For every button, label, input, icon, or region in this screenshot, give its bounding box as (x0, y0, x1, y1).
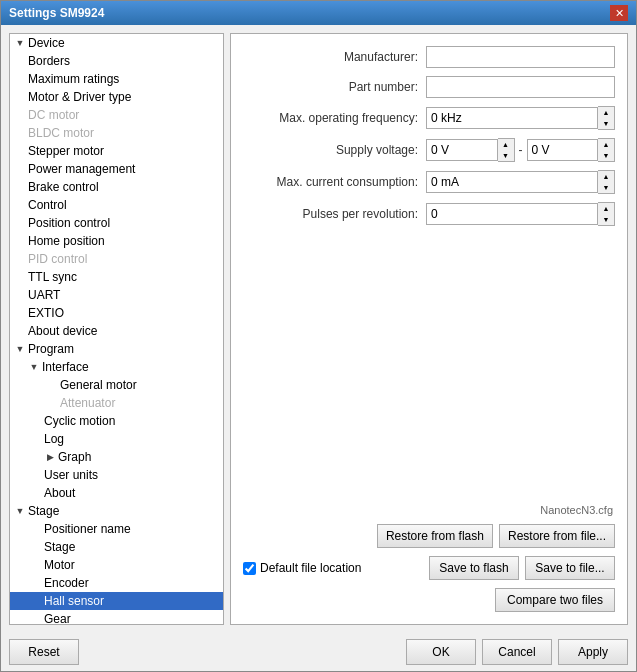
tree-item-positioner-name[interactable]: Positioner name (10, 520, 223, 538)
home-position-label: Home position (28, 234, 105, 248)
positioner-name-label: Positioner name (44, 522, 131, 536)
toggle-stage-icon: ▼ (14, 505, 26, 517)
voltage-dash: - (519, 143, 523, 157)
max-freq-spin-down[interactable]: ▼ (598, 118, 614, 129)
window-title: Settings SM9924 (9, 6, 104, 20)
voltage1-input[interactable] (426, 139, 498, 161)
tree-item-about-device[interactable]: About device (10, 322, 223, 340)
file-buttons-row1: Restore from flash Restore from file... (243, 524, 615, 548)
tree-item-graph[interactable]: ▶ Graph (10, 448, 223, 466)
max-freq-spin-up[interactable]: ▲ (598, 107, 614, 118)
stepper-motor-label: Stepper motor (28, 144, 104, 158)
max-ratings-label: Maximum ratings (28, 72, 119, 86)
tree-item-uart[interactable]: UART (10, 286, 223, 304)
bottom-right-buttons: OK Cancel Apply (406, 639, 628, 665)
motor-item-label: Motor (44, 558, 75, 572)
tree-item-stage-item[interactable]: Stage (10, 538, 223, 556)
close-button[interactable]: ✕ (610, 5, 628, 21)
cancel-button[interactable]: Cancel (482, 639, 552, 665)
supply-voltage-label: Supply voltage: (243, 143, 418, 157)
gear-label: Gear (44, 612, 71, 625)
file-buttons-row2: Default file location Save to flash Save… (243, 556, 615, 580)
tree-item-attenuator[interactable]: Attenuator (10, 394, 223, 412)
toggle-device-icon: ▼ (14, 37, 26, 49)
tree-item-borders[interactable]: Borders (10, 52, 223, 70)
tree-item-encoder[interactable]: Encoder (10, 574, 223, 592)
reset-button[interactable]: Reset (9, 639, 79, 665)
tree-item-ttl-sync[interactable]: TTL sync (10, 268, 223, 286)
tree-item-interface[interactable]: ▼ Interface (10, 358, 223, 376)
save-file-button[interactable]: Save to file... (525, 556, 615, 580)
interface-label: Interface (42, 360, 89, 374)
tree-item-power-mgmt[interactable]: Power management (10, 160, 223, 178)
tree-item-control[interactable]: Control (10, 196, 223, 214)
pulses-spin-buttons: ▲ ▼ (598, 202, 615, 226)
tree-item-home-position[interactable]: Home position (10, 232, 223, 250)
about-device-label: About device (28, 324, 97, 338)
save-flash-button[interactable]: Save to flash (429, 556, 519, 580)
tree-item-general-motor[interactable]: General motor (10, 376, 223, 394)
tree-item-pid-control[interactable]: PID control (10, 250, 223, 268)
tree-item-program[interactable]: ▼ Program (10, 340, 223, 358)
motor-driver-label: Motor & Driver type (28, 90, 131, 104)
log-label: Log (44, 432, 64, 446)
max-freq-input[interactable] (426, 107, 598, 129)
tree-item-user-units[interactable]: User units (10, 466, 223, 484)
voltage1-spin-container: ▲ ▼ (426, 138, 515, 162)
tree-item-hall-sensor[interactable]: Hall sensor (10, 592, 223, 610)
hall-sensor-label: Hall sensor (44, 594, 104, 608)
tree-item-motor-driver[interactable]: Motor & Driver type (10, 88, 223, 106)
max-current-input[interactable] (426, 171, 598, 193)
max-current-spin-down[interactable]: ▼ (598, 182, 614, 193)
restore-flash-button[interactable]: Restore from flash (377, 524, 493, 548)
pulses-spin-down[interactable]: ▼ (598, 214, 614, 225)
pulses-input[interactable] (426, 203, 598, 225)
voltage1-spin-down[interactable]: ▼ (498, 150, 514, 161)
tree-item-device[interactable]: ▼ Device (10, 34, 223, 52)
compare-row: Compare two files (243, 588, 615, 612)
ok-button[interactable]: OK (406, 639, 476, 665)
main-content: ▼ Device Borders Maximum ratings Motor &… (1, 25, 636, 633)
power-mgmt-label: Power management (28, 162, 135, 176)
pulses-spin-up[interactable]: ▲ (598, 203, 614, 214)
voltage2-input[interactable] (527, 139, 599, 161)
default-file-checkbox[interactable] (243, 562, 256, 575)
extio-label: EXTIO (28, 306, 64, 320)
apply-button[interactable]: Apply (558, 639, 628, 665)
max-freq-label: Max. operating frequency: (243, 111, 418, 125)
voltage1-spin-up[interactable]: ▲ (498, 139, 514, 150)
tree-item-brake-control[interactable]: Brake control (10, 178, 223, 196)
tree-item-extio[interactable]: EXTIO (10, 304, 223, 322)
tree-item-stage[interactable]: ▼ Stage (10, 502, 223, 520)
tree-item-gear[interactable]: Gear (10, 610, 223, 625)
pulses-label: Pulses per revolution: (243, 207, 418, 221)
tree-item-bldc-motor[interactable]: BLDC motor (10, 124, 223, 142)
tree-item-dc-motor[interactable]: DC motor (10, 106, 223, 124)
tree-item-stepper-motor[interactable]: Stepper motor (10, 142, 223, 160)
user-units-label: User units (44, 468, 98, 482)
general-motor-label: General motor (60, 378, 137, 392)
max-current-row: Max. current consumption: ▲ ▼ (243, 170, 615, 194)
attenuator-label: Attenuator (60, 396, 115, 410)
bldc-motor-label: BLDC motor (28, 126, 94, 140)
manufacturer-input[interactable] (426, 46, 615, 68)
title-bar: Settings SM9924 ✕ (1, 1, 636, 25)
compare-button[interactable]: Compare two files (495, 588, 615, 612)
ttl-sync-label: TTL sync (28, 270, 77, 284)
max-freq-row: Max. operating frequency: ▲ ▼ (243, 106, 615, 130)
voltage2-spin-down[interactable]: ▼ (598, 150, 614, 161)
tree-item-motor-item[interactable]: Motor (10, 556, 223, 574)
voltage2-spin-up[interactable]: ▲ (598, 139, 614, 150)
max-current-spin-up[interactable]: ▲ (598, 171, 614, 182)
voltage-row: ▲ ▼ - ▲ ▼ (426, 138, 615, 162)
restore-file-button[interactable]: Restore from file... (499, 524, 615, 548)
tree-item-max-ratings[interactable]: Maximum ratings (10, 70, 223, 88)
tree-item-log[interactable]: Log (10, 430, 223, 448)
default-file-label: Default file location (260, 561, 361, 575)
part-number-input[interactable] (426, 76, 615, 98)
tree-item-about[interactable]: About (10, 484, 223, 502)
graph-label: Graph (58, 450, 91, 464)
tree-item-position-control[interactable]: Position control (10, 214, 223, 232)
tree-item-cyclic-motion[interactable]: Cyclic motion (10, 412, 223, 430)
toggle-graph-icon: ▶ (44, 451, 56, 463)
